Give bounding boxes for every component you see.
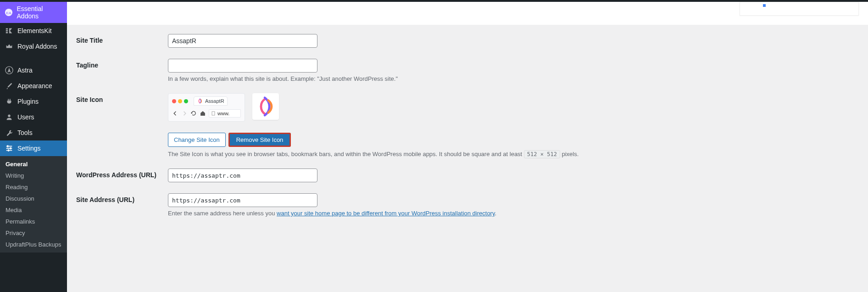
traffic-red-icon	[172, 99, 176, 103]
site-icon-label: Site Icon	[76, 93, 168, 103]
browser-tab: AssaptR	[194, 96, 228, 106]
svg-rect-11	[10, 147, 11, 150]
sidebar-item-label: Royal Addons	[17, 43, 57, 50]
sidebar-item-label: Essential Addons	[17, 5, 62, 20]
admin-sidebar: EA Essential Addons ElementsKit Royal Ad…	[0, 2, 67, 292]
page-icon	[211, 111, 216, 116]
tagline-input[interactable]	[168, 59, 317, 73]
sliders-icon	[5, 144, 14, 153]
submenu-item-permalinks[interactable]: Permalinks	[0, 216, 67, 227]
ek-icon	[5, 26, 14, 35]
settings-content: Site Title Tagline In a few words, expla…	[67, 2, 868, 292]
crown-icon	[5, 42, 14, 51]
traffic-yellow-icon	[178, 99, 182, 103]
svg-point-6	[8, 115, 10, 117]
home-icon	[200, 110, 206, 117]
site-icon-preview: AssaptR www.	[168, 93, 279, 122]
change-site-icon-button[interactable]: Change Site Icon	[168, 133, 226, 147]
size-code: 512 × 512	[524, 150, 560, 158]
sidebar-item-essential-addons[interactable]: EA Essential Addons	[0, 2, 67, 23]
site-title-label: Site Title	[76, 34, 168, 44]
astra-icon	[5, 66, 14, 75]
submenu-item-discussion[interactable]: Discussion	[0, 193, 67, 204]
sidebar-item-royal-addons[interactable]: Royal Addons	[0, 39, 67, 54]
settings-submenu: General Writing Reading Discussion Media…	[0, 156, 67, 253]
site-address-label: Site Address (URL)	[76, 193, 168, 203]
back-arrow-icon	[172, 110, 178, 117]
sidebar-item-astra[interactable]: Astra	[0, 62, 67, 78]
remove-highlight: Remove Site Icon	[228, 133, 291, 147]
users-icon	[5, 112, 14, 122]
submenu-item-writing[interactable]: Writing	[0, 170, 67, 181]
sidebar-item-tools[interactable]: Tools	[0, 125, 67, 140]
site-address-description: Enter the same address here unless you w…	[168, 210, 859, 217]
svg-rect-4	[6, 32, 8, 34]
sidebar-item-label: Tools	[17, 129, 33, 136]
svg-rect-10	[7, 145, 9, 147]
site-address-input[interactable]	[168, 193, 317, 207]
svg-text:EA: EA	[6, 11, 11, 15]
favicon-small-icon	[197, 98, 203, 104]
remove-site-icon-button[interactable]: Remove Site Icon	[230, 134, 290, 146]
top-banner	[67, 2, 868, 25]
sidebar-item-label: Plugins	[17, 98, 39, 105]
site-icon-description: The Site Icon is what you see in browser…	[168, 151, 859, 157]
sidebar-item-label: Settings	[17, 145, 41, 152]
submenu-item-media[interactable]: Media	[0, 204, 67, 216]
sidebar-item-settings[interactable]: Settings	[0, 140, 67, 156]
sidebar-item-elementskit[interactable]: ElementsKit	[0, 23, 67, 39]
wp-address-input[interactable]	[168, 168, 317, 182]
tagline-label: Tagline	[76, 59, 168, 69]
sidebar-item-plugins[interactable]: Plugins	[0, 94, 67, 109]
sidebar-item-users[interactable]: Users	[0, 109, 67, 125]
submenu-item-privacy[interactable]: Privacy	[0, 227, 67, 239]
forward-arrow-icon	[181, 110, 188, 117]
traffic-green-icon	[184, 99, 188, 103]
site-address-link[interactable]: want your site home page to be different…	[277, 210, 495, 217]
ea-icon: EA	[5, 8, 13, 17]
svg-rect-13	[212, 112, 215, 115]
favicon-large	[252, 93, 279, 120]
svg-rect-12	[8, 149, 9, 152]
reload-icon	[190, 110, 197, 117]
tagline-description: In a few words, explain what this site i…	[168, 75, 859, 82]
sidebar-item-label: ElementsKit	[17, 27, 52, 34]
preview-card	[740, 2, 859, 16]
browser-tab-label: AssaptR	[205, 98, 224, 104]
browser-mock: AssaptR www.	[168, 93, 245, 122]
submenu-item-updraftplus[interactable]: UpdraftPlus Backups	[0, 239, 67, 250]
wrench-icon	[5, 128, 14, 137]
site-title-input[interactable]	[168, 34, 317, 48]
sidebar-item-label: Appearance	[17, 82, 52, 90]
sidebar-item-label: Astra	[17, 67, 33, 74]
submenu-item-reading[interactable]: Reading	[0, 181, 67, 193]
plug-icon	[5, 97, 14, 106]
favicon-large-icon	[255, 96, 276, 117]
wp-address-label: WordPress Address (URL)	[76, 168, 168, 179]
sidebar-item-label: Users	[17, 113, 34, 121]
svg-rect-2	[6, 28, 8, 30]
url-field: www.	[209, 109, 241, 118]
svg-rect-3	[6, 30, 8, 32]
submenu-item-general[interactable]: General	[0, 158, 67, 170]
brush-icon	[5, 81, 14, 90]
sidebar-item-appearance[interactable]: Appearance	[0, 78, 67, 94]
